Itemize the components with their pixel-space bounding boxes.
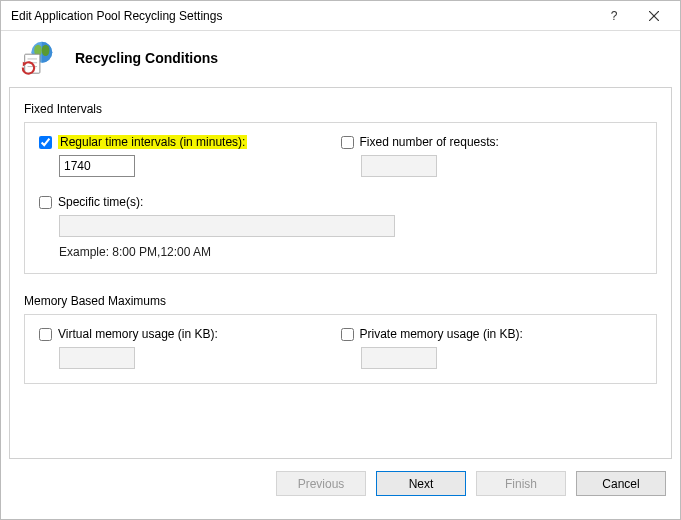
window-title: Edit Application Pool Recycling Settings — [11, 9, 594, 23]
titlebar: Edit Application Pool Recycling Settings… — [1, 1, 680, 31]
help-button[interactable]: ? — [594, 2, 634, 30]
regular-time-checkbox[interactable] — [39, 136, 52, 149]
fixed-intervals-legend: Fixed Intervals — [24, 102, 657, 116]
memory-maximums-group: Memory Based Maximums Virtual memory usa… — [24, 294, 657, 384]
page-title: Recycling Conditions — [75, 50, 218, 66]
regular-time-label[interactable]: Regular time intervals (in minutes): — [58, 135, 247, 149]
svg-point-4 — [42, 45, 50, 56]
fixed-requests-input — [361, 155, 437, 177]
specific-times-label[interactable]: Specific time(s): — [58, 195, 143, 209]
virtual-memory-label[interactable]: Virtual memory usage (in KB): — [58, 327, 218, 341]
recycle-icon — [19, 39, 57, 77]
finish-button: Finish — [476, 471, 566, 496]
previous-button: Previous — [276, 471, 366, 496]
fixed-requests-checkbox[interactable] — [341, 136, 354, 149]
next-button[interactable]: Next — [376, 471, 466, 496]
virtual-memory-input — [59, 347, 135, 369]
private-memory-label[interactable]: Private memory usage (in KB): — [360, 327, 523, 341]
cancel-button[interactable]: Cancel — [576, 471, 666, 496]
specific-times-example: Example: 8:00 PM,12:00 AM — [59, 245, 642, 259]
virtual-memory-checkbox[interactable] — [39, 328, 52, 341]
close-button[interactable] — [634, 2, 674, 30]
regular-time-input[interactable] — [59, 155, 135, 177]
private-memory-checkbox[interactable] — [341, 328, 354, 341]
help-icon: ? — [611, 9, 618, 23]
specific-times-input — [59, 215, 395, 237]
fixed-intervals-group: Fixed Intervals Regular time intervals (… — [24, 102, 657, 274]
content-panel: Fixed Intervals Regular time intervals (… — [9, 87, 672, 459]
close-icon — [649, 11, 659, 21]
fixed-requests-label[interactable]: Fixed number of requests: — [360, 135, 499, 149]
specific-times-checkbox[interactable] — [39, 196, 52, 209]
dialog-header: Recycling Conditions — [1, 31, 680, 87]
dialog-footer: Previous Next Finish Cancel — [1, 459, 680, 496]
memory-maximums-legend: Memory Based Maximums — [24, 294, 657, 308]
private-memory-input — [361, 347, 437, 369]
